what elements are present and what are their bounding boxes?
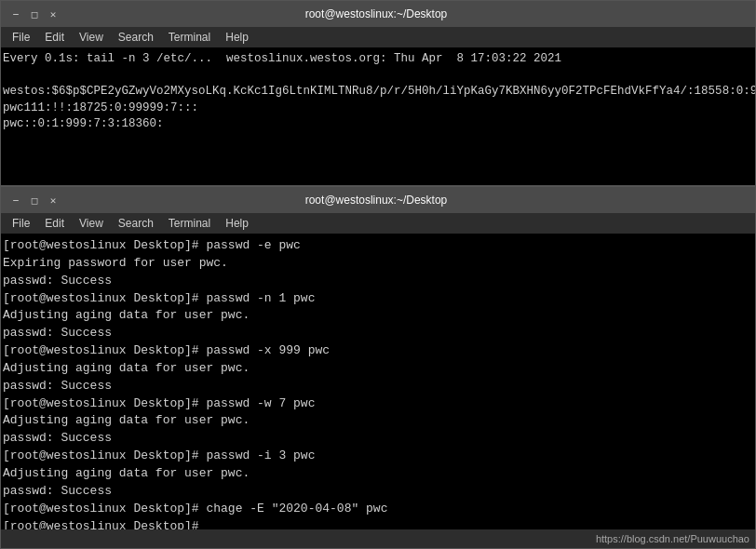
top-menu-view[interactable]: View [72,29,111,46]
bottom-close-button[interactable]: ✕ [46,193,61,208]
top-menu-help[interactable]: Help [218,29,256,46]
bottom-menu-terminal[interactable]: Terminal [161,215,218,232]
top-terminal-window: − □ ✕ root@westoslinux:~/Desktop File Ed… [0,0,756,186]
bottom-terminal-window: − □ ✕ root@westoslinux:~/Desktop File Ed… [0,186,756,549]
bottom-menu-view[interactable]: View [72,215,111,232]
bottom-window-title: root@westoslinux:~/Desktop [61,194,692,207]
bottom-menu-help[interactable]: Help [218,215,256,232]
bottom-menu-search[interactable]: Search [111,215,161,232]
top-menu-file[interactable]: File [5,29,37,46]
bottom-maximize-button[interactable]: □ [27,193,42,208]
bottom-menu-file[interactable]: File [5,215,37,232]
top-close-button[interactable]: ✕ [46,7,61,21]
top-window-title: root@westoslinux:~/Desktop [61,7,692,20]
top-maximize-button[interactable]: □ [27,7,42,21]
bottom-window-controls[interactable]: − □ ✕ [8,193,61,208]
bottom-terminal-content: [root@westoslinux Desktop]# passwd -e pw… [1,234,755,529]
top-minimize-button[interactable]: − [8,7,23,21]
top-terminal-content: Every 0.1s: tail -n 3 /etc/... westoslin… [1,47,755,185]
status-bar: https://blog.csdn.net/Puuwuuchao [1,529,755,548]
bottom-minimize-button[interactable]: − [8,193,23,208]
top-window-controls[interactable]: − □ ✕ [8,7,61,21]
top-menu-search[interactable]: Search [111,29,161,46]
top-titlebar: − □ ✕ root@westoslinux:~/Desktop [1,1,755,27]
top-menu-edit[interactable]: Edit [37,29,72,46]
status-bar-text: https://blog.csdn.net/Puuwuuchao [596,533,749,544]
top-menubar: File Edit View Search Terminal Help [1,27,755,47]
bottom-titlebar: − □ ✕ root@westoslinux:~/Desktop [1,187,755,213]
bottom-menu-edit[interactable]: Edit [37,215,72,232]
bottom-menubar: File Edit View Search Terminal Help [1,213,755,234]
top-menu-terminal[interactable]: Terminal [161,29,218,46]
